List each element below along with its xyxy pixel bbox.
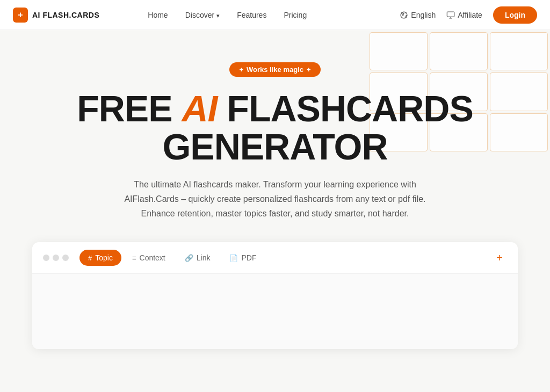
nav-pricing[interactable]: Pricing	[284, 11, 307, 19]
title-free: FREE	[77, 88, 182, 129]
nav-home[interactable]: Home	[148, 11, 168, 19]
hero-subtitle: The ultimate AI flashcards maker. Transf…	[114, 177, 436, 221]
window-dot-red	[43, 255, 49, 261]
window-dot-yellow	[53, 255, 59, 261]
card-body	[32, 274, 518, 349]
logo-text: AI FLASH.CARDS	[32, 11, 99, 19]
works-like-magic-badge: + Works like magic +	[229, 62, 320, 77]
tab-pdf[interactable]: 📄 PDF	[221, 250, 265, 266]
hero-title: FREE AI FLASHCARDS GENERATOR	[21, 90, 529, 166]
badge-plus-left: +	[239, 66, 243, 74]
affiliate-link[interactable]: Affiliate	[446, 11, 482, 19]
tab-pdf-label: PDF	[241, 253, 256, 262]
tab-topic[interactable]: # Topic	[79, 250, 121, 266]
svg-point-0	[401, 12, 407, 18]
card-header: # Topic ≡ Context 🔗 Link 📄 PDF +	[32, 242, 518, 274]
badge-label: Works like magic	[247, 66, 303, 74]
tab-context-label: Context	[140, 253, 165, 262]
topic-hash-icon: #	[88, 254, 92, 262]
window-dot-green	[62, 255, 69, 261]
nav-right: English Affiliate Login	[400, 6, 537, 24]
badge-plus-right: +	[307, 66, 311, 74]
affiliate-icon	[446, 11, 455, 19]
tab-link[interactable]: 🔗 Link	[176, 250, 219, 266]
flashcard-generator-ui: # Topic ≡ Context 🔗 Link 📄 PDF +	[32, 242, 518, 349]
affiliate-label: Affiliate	[458, 11, 482, 19]
window-dots	[43, 255, 69, 261]
tab-link-label: Link	[197, 253, 211, 262]
svg-rect-1	[447, 12, 454, 17]
title-ai: AI	[182, 88, 217, 129]
nav-links: Home Discover Features Pricing	[148, 11, 307, 19]
hero-section: + Works like magic + FREE AI FLASHCARDS …	[0, 30, 550, 371]
add-button[interactable]: +	[492, 250, 507, 265]
discover-chevron-icon	[216, 11, 220, 19]
nav-discover[interactable]: Discover	[185, 11, 220, 19]
context-lines-icon: ≡	[132, 254, 136, 262]
language-label: English	[411, 11, 436, 19]
pdf-icon: 📄	[229, 254, 238, 262]
logo-icon: +	[13, 8, 28, 23]
logo[interactable]: + AI FLASH.CARDS	[13, 8, 99, 23]
nav-features[interactable]: Features	[237, 11, 266, 19]
tab-buttons: # Topic ≡ Context 🔗 Link 📄 PDF	[79, 250, 492, 266]
language-selector[interactable]: English	[400, 11, 436, 19]
tab-topic-label: Topic	[95, 253, 113, 262]
link-icon: 🔗	[185, 254, 193, 262]
tab-context[interactable]: ≡ Context	[124, 250, 174, 266]
translate-icon	[400, 11, 408, 19]
navbar: + AI FLASH.CARDS Home Discover Features …	[0, 0, 550, 30]
login-button[interactable]: Login	[493, 6, 537, 24]
